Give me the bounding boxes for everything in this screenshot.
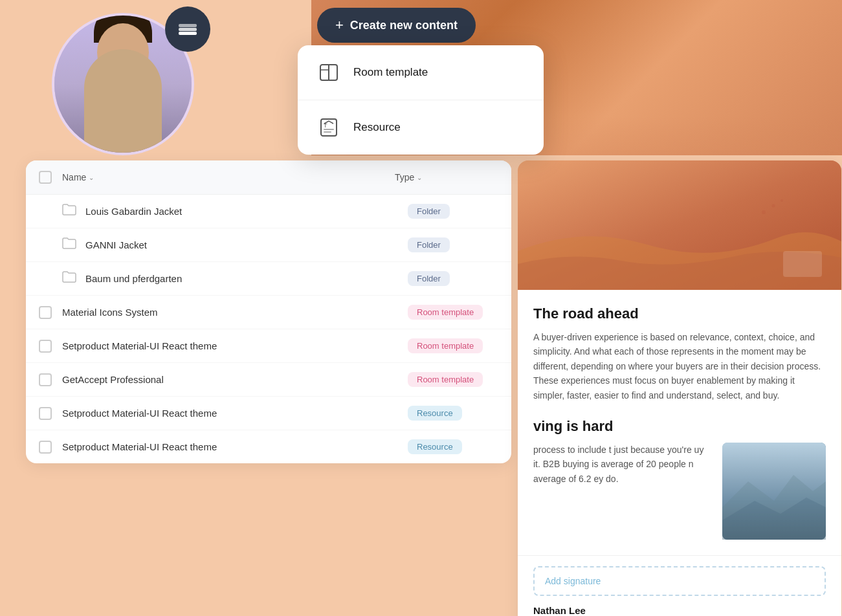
article-hero-image bbox=[518, 160, 841, 290]
article-section-2: ving is hard process to include t just b… bbox=[518, 418, 841, 555]
row-checkbox[interactable] bbox=[39, 306, 52, 319]
type-sort-chevron: ⌄ bbox=[417, 174, 422, 181]
row-badge-container: Room template bbox=[408, 338, 498, 353]
table-row[interactable]: GetAccept Professional Room template bbox=[26, 363, 511, 397]
room-template-badge: Room template bbox=[408, 338, 483, 353]
row-name-text: Baum und pferdgarten bbox=[85, 273, 408, 284]
article-title-1: The road ahead bbox=[533, 305, 826, 322]
room-template-label: Room template bbox=[353, 66, 428, 79]
table-row[interactable]: Material Icons System Room template bbox=[26, 296, 511, 329]
folder-badge: Folder bbox=[408, 204, 450, 219]
svg-point-12 bbox=[772, 204, 775, 208]
select-all-checkbox[interactable] bbox=[39, 171, 52, 184]
row-name-text: Setproduct Material-UI React theme bbox=[62, 441, 408, 452]
folder-badge: Folder bbox=[408, 271, 450, 286]
create-button-label: Create new content bbox=[350, 19, 458, 32]
article-body-2: process to include t just because you're… bbox=[533, 443, 712, 540]
folder-badge: Folder bbox=[408, 237, 450, 252]
signature-box[interactable]: Add signature bbox=[533, 566, 826, 596]
row-name-text: GetAccept Professional bbox=[62, 374, 408, 385]
room-template-badge: Room template bbox=[408, 305, 483, 320]
row-badge-container: Folder bbox=[408, 204, 498, 219]
resource-label: Resource bbox=[353, 121, 401, 134]
signature-section: Add signature Nathan Lee Sales Director … bbox=[518, 555, 841, 616]
svg-rect-2 bbox=[179, 32, 197, 35]
svg-rect-1 bbox=[179, 28, 197, 31]
table-row[interactable]: Setproduct Material-UI React theme Resou… bbox=[26, 430, 511, 463]
row-name-text: GANNI Jacket bbox=[85, 239, 408, 250]
row-badge-container: Folder bbox=[408, 271, 498, 286]
name-sort-chevron: ⌄ bbox=[89, 174, 94, 181]
row-name-text: Setproduct Material-UI React theme bbox=[62, 340, 408, 351]
folder-icon bbox=[62, 271, 76, 286]
article-landscape-image bbox=[722, 443, 826, 540]
article-preview-panel: The road ahead A buyer-driven experience… bbox=[518, 160, 841, 616]
svg-rect-0 bbox=[179, 24, 197, 27]
room-template-option[interactable]: Room template bbox=[298, 45, 544, 100]
table-row[interactable]: Setproduct Material-UI React theme Room … bbox=[26, 329, 511, 363]
svg-point-11 bbox=[762, 210, 766, 214]
room-template-icon bbox=[316, 60, 342, 85]
signer-name: Nathan Lee bbox=[533, 605, 826, 616]
article-title-2: ving is hard bbox=[533, 418, 826, 435]
row-badge-container: Folder bbox=[408, 237, 498, 252]
row-badge-container: Room template bbox=[408, 372, 498, 387]
folder-icon bbox=[62, 204, 76, 219]
stack-badge-icon bbox=[165, 6, 210, 52]
row-checkbox[interactable] bbox=[39, 340, 52, 353]
create-content-dropdown: Room template T Resource bbox=[298, 45, 544, 155]
table-row[interactable]: GANNI Jacket Folder bbox=[26, 228, 511, 262]
table-row[interactable]: Setproduct Material-UI React theme Resou… bbox=[26, 397, 511, 430]
row-badge-container: Resource bbox=[408, 439, 498, 454]
room-template-badge: Room template bbox=[408, 372, 483, 387]
type-column-header[interactable]: Type ⌄ bbox=[395, 172, 498, 182]
content-table: Name ⌄ Type ⌄ Louis Gabardin Jacket Fold… bbox=[26, 160, 511, 463]
add-signature-placeholder: Add signature bbox=[545, 576, 601, 586]
table-row[interactable]: Louis Gabardin Jacket Folder bbox=[26, 195, 511, 228]
resource-option[interactable]: T Resource bbox=[298, 100, 544, 155]
row-checkbox[interactable] bbox=[39, 441, 52, 454]
svg-rect-9 bbox=[324, 131, 331, 133]
name-column-header[interactable]: Name ⌄ bbox=[62, 172, 395, 182]
table-row[interactable]: Baum und pferdgarten Folder bbox=[26, 262, 511, 296]
resource-icon: T bbox=[316, 115, 342, 140]
create-new-content-button[interactable]: + Create new content bbox=[317, 8, 476, 43]
folder-icon bbox=[62, 237, 76, 252]
svg-rect-8 bbox=[324, 129, 334, 130]
row-badge-container: Room template bbox=[408, 305, 498, 320]
resource-badge: Resource bbox=[408, 439, 462, 454]
row-name-text: Material Icons System bbox=[62, 307, 408, 318]
row-name-text: Setproduct Material-UI React theme bbox=[62, 408, 408, 419]
plus-icon: + bbox=[335, 17, 344, 34]
resource-badge: Resource bbox=[408, 406, 462, 421]
row-checkbox[interactable] bbox=[39, 373, 52, 386]
row-badge-container: Resource bbox=[408, 406, 498, 421]
row-checkbox[interactable] bbox=[39, 407, 52, 420]
table-header: Name ⌄ Type ⌄ bbox=[26, 160, 511, 195]
article-body-1: A buyer-driven experience is based on re… bbox=[533, 330, 826, 402]
row-name-text: Louis Gabardin Jacket bbox=[85, 206, 408, 217]
article-section-1: The road ahead A buyer-driven experience… bbox=[518, 290, 841, 418]
svg-point-13 bbox=[781, 199, 783, 202]
